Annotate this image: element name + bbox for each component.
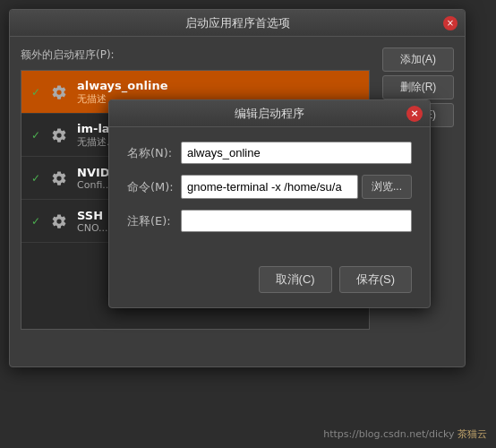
item-text: NVID Confi... (77, 166, 112, 191)
comment-row: 注释(E): (127, 210, 412, 232)
command-input[interactable] (181, 175, 358, 199)
name-input[interactable] (181, 142, 412, 164)
main-window: 启动应用程序首选项 × 额外的启动程序(P): ✓ always_online … (9, 9, 466, 367)
watermark-brand: 茶猫云 (458, 428, 487, 440)
dialog-footer: 取消(C) 保存(S) (109, 257, 430, 307)
check-icon: ✓ (29, 214, 43, 228)
gear-icon (48, 82, 70, 103)
browse-button[interactable]: 浏览... (362, 175, 412, 199)
command-label: 命令(M): (127, 179, 181, 195)
dialog-close-button[interactable]: × (406, 106, 423, 122)
item-name: SSH (77, 209, 108, 222)
main-window-title: 启动应用程序首选项 (185, 15, 290, 31)
dialog-body: 名称(N): 命令(M): 浏览... 注释(E): (109, 127, 430, 257)
remove-button[interactable]: 删除(R) (382, 75, 454, 99)
item-desc: Confi... (77, 179, 112, 191)
item-name: NVID (77, 166, 112, 179)
name-row: 名称(N): (127, 142, 412, 164)
gear-icon (48, 125, 70, 146)
main-titlebar: 启动应用程序首选项 × (10, 10, 465, 37)
name-label: 名称(N): (127, 145, 181, 161)
check-icon: ✓ (29, 85, 43, 99)
check-icon: ✓ (29, 128, 43, 142)
cancel-button[interactable]: 取消(C) (259, 266, 332, 293)
dialog-titlebar: 编辑启动程序 × (109, 100, 430, 127)
gear-icon (48, 211, 70, 232)
item-name: always_online (77, 79, 168, 92)
gear-icon (48, 168, 70, 189)
main-window-close-button[interactable]: × (443, 16, 458, 30)
item-text: SSH CNO... (77, 209, 108, 234)
comment-label: 注释(E): (127, 213, 181, 229)
edit-dialog: 编辑启动程序 × 名称(N): 命令(M): 浏览... 注释(E): (108, 99, 431, 308)
comment-input[interactable] (181, 210, 412, 232)
command-input-group: 浏览... (181, 175, 412, 199)
check-icon: ✓ (29, 171, 43, 185)
dialog-title: 编辑启动程序 (235, 106, 304, 122)
command-row: 命令(M): 浏览... (127, 175, 412, 199)
save-button[interactable]: 保存(S) (339, 266, 412, 293)
watermark: https://blog.csdn.net/dicky 茶猫云 (323, 427, 487, 441)
add-button[interactable]: 添加(A) (382, 47, 454, 72)
watermark-url: https://blog.csdn.net/dicky (323, 428, 454, 440)
item-desc: CNO... (77, 222, 108, 234)
